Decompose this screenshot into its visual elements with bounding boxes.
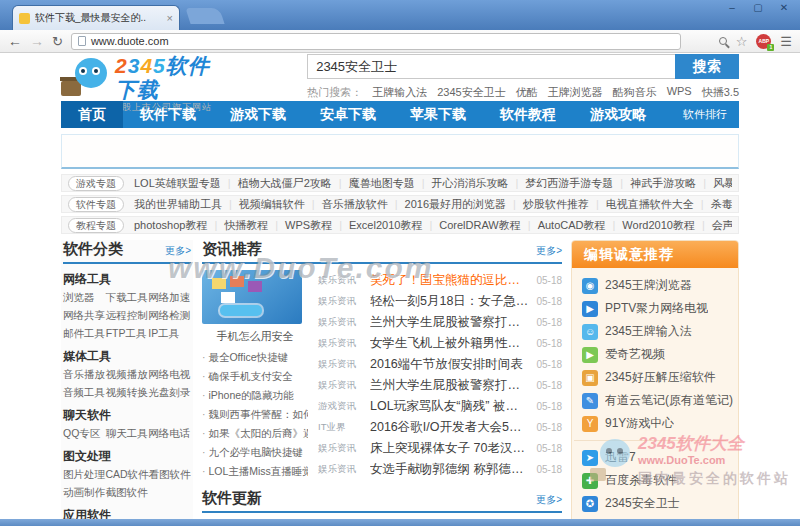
special-link[interactable]: 杀毒软件推荐 bbox=[694, 197, 732, 212]
special-link[interactable]: 炒股软件推荐 bbox=[506, 197, 589, 212]
nav-item[interactable]: 软件教程 bbox=[483, 101, 573, 128]
special-link[interactable]: 植物大战僵尸2攻略 bbox=[221, 176, 332, 191]
browser-tab[interactable]: 软件下载_最快最安全的.. × bbox=[12, 5, 180, 30]
category-link[interactable]: 网络共享 bbox=[63, 309, 106, 323]
nav-item[interactable]: 软件下载 bbox=[123, 101, 213, 128]
category-link[interactable]: 网络检测 bbox=[148, 309, 191, 323]
special-link[interactable]: WPS教程 bbox=[268, 218, 332, 233]
category-link[interactable]: 聊天工具 bbox=[106, 427, 149, 441]
forward-icon[interactable]: → bbox=[30, 34, 44, 48]
recommend-link[interactable]: 百度杀毒软件 bbox=[605, 472, 677, 489]
special-link[interactable]: 我的世界辅助工具 bbox=[134, 197, 222, 212]
category-link[interactable]: 音乐播放 bbox=[63, 368, 106, 382]
special-link[interactable]: Excel2010教程 bbox=[332, 218, 422, 233]
search-button[interactable]: 搜索 bbox=[675, 54, 739, 79]
special-link[interactable]: 风暴英雄攻略 bbox=[696, 176, 732, 191]
news-link[interactable]: 2016谷歌I/O开发者大会5月19日直播地址 bbox=[370, 419, 530, 436]
bookmark-star-icon[interactable]: ☆ bbox=[736, 35, 748, 48]
recommend-link[interactable]: 有道云笔记(原有道笔记) bbox=[605, 392, 733, 409]
news-link[interactable]: 笑死了！国宝熊猫的逗比生活 bbox=[370, 272, 530, 289]
category-link[interactable]: FTP工具 bbox=[106, 327, 149, 341]
category-link[interactable]: 光盘刻录 bbox=[148, 386, 191, 400]
feature-link[interactable]: LOL主播Miss直播睡觉 bbox=[202, 462, 308, 481]
nav-item[interactable]: 游戏攻略 bbox=[573, 101, 663, 128]
recommend-link[interactable]: 2345好压解压缩软件 bbox=[605, 369, 716, 386]
special-link[interactable]: CorelDRAW教程 bbox=[422, 218, 520, 233]
feature-link[interactable]: 魏则西事件警醒：如何 bbox=[202, 405, 308, 424]
recommend-link[interactable]: 爱奇艺视频 bbox=[605, 346, 665, 363]
nav-software-rank[interactable]: 软件排行 bbox=[683, 107, 739, 122]
search-input[interactable] bbox=[307, 54, 675, 79]
hot-search-link[interactable]: 优酷 bbox=[516, 85, 538, 100]
category-link[interactable]: 音频工具 bbox=[63, 386, 106, 400]
category-link[interactable]: IP工具 bbox=[148, 327, 191, 341]
category-link[interactable]: QQ专区 bbox=[63, 427, 106, 441]
recommend-link[interactable]: PPTV聚力网络电视 bbox=[605, 300, 708, 317]
special-link[interactable]: 魔兽地图专题 bbox=[332, 176, 415, 191]
address-bar[interactable]: www.duote.com bbox=[71, 33, 681, 50]
url-text[interactable]: www.duote.com bbox=[91, 35, 169, 47]
maximize-button[interactable]: ▢ bbox=[750, 2, 766, 13]
category-link[interactable]: 视频播放 bbox=[106, 368, 149, 382]
category-link[interactable]: 浏览器 bbox=[63, 291, 106, 305]
news-link[interactable]: LOL玩家骂队友“脑残” 被判拘役30天 bbox=[370, 398, 530, 415]
feature-link[interactable]: 如果《太阳的后裔》遇 bbox=[202, 424, 308, 443]
category-link[interactable]: 视频转换 bbox=[106, 386, 149, 400]
minimize-button[interactable]: – bbox=[724, 2, 740, 13]
recommend-link[interactable]: 2345王牌输入法 bbox=[605, 323, 692, 340]
adblock-extension-icon[interactable]: ABP1 bbox=[756, 34, 771, 49]
special-link[interactable]: 梦幻西游手游专题 bbox=[509, 176, 614, 191]
news-more-link[interactable]: 更多> bbox=[536, 244, 562, 258]
reload-icon[interactable]: ↻ bbox=[52, 34, 63, 49]
hot-search-link[interactable]: WPS bbox=[667, 85, 692, 100]
hot-search-link[interactable]: 快播3.5 bbox=[702, 85, 739, 100]
category-more-link[interactable]: 更多> bbox=[165, 244, 191, 258]
news-link[interactable]: 2016端午节放假安排时间表 bbox=[370, 356, 530, 373]
news-link[interactable]: 床上突现裸体女子 70老汉一夜风流被敲诈 bbox=[370, 440, 530, 457]
special-link[interactable]: 电视直播软件大全 bbox=[589, 197, 694, 212]
new-tab-button[interactable] bbox=[185, 8, 224, 24]
nav-item[interactable]: 安卓下载 bbox=[303, 101, 393, 128]
category-link[interactable]: CAD软件 bbox=[105, 468, 148, 482]
category-link[interactable]: 下载工具 bbox=[106, 291, 149, 305]
category-link[interactable]: 动画制作 bbox=[63, 486, 105, 500]
feature-link[interactable]: 确保手机支付安全 bbox=[202, 367, 308, 386]
hot-search-link[interactable]: 王牌浏览器 bbox=[548, 85, 603, 100]
special-link[interactable]: 会声会影教程 bbox=[695, 218, 732, 233]
updates-more-link[interactable]: 更多> bbox=[536, 493, 562, 507]
category-link[interactable]: 网络加速 bbox=[148, 291, 191, 305]
recommend-link[interactable]: 91Y游戏中心 bbox=[605, 415, 674, 432]
zoom-icon[interactable] bbox=[719, 37, 727, 45]
recommend-link[interactable]: 2345安全卫士 bbox=[605, 495, 680, 512]
news-feature-caption[interactable]: 手机怎么用安全 bbox=[202, 329, 308, 344]
feature-link[interactable]: 九个必学电脑快捷键 bbox=[202, 443, 308, 462]
special-link[interactable]: 快播教程 bbox=[207, 218, 268, 233]
tab-close-icon[interactable]: × bbox=[167, 12, 173, 24]
news-feature-thumb[interactable] bbox=[202, 270, 302, 324]
recommend-link[interactable]: 2345王牌浏览器 bbox=[605, 277, 692, 294]
hot-search-link[interactable]: 酷狗音乐 bbox=[613, 85, 657, 100]
category-link[interactable]: 网络电话 bbox=[148, 427, 191, 441]
back-icon[interactable]: ← bbox=[8, 34, 22, 48]
feature-link[interactable]: iPhone的隐藏功能 bbox=[202, 386, 308, 405]
category-link[interactable]: 图片处理 bbox=[63, 468, 105, 482]
special-link[interactable]: photoshop教程 bbox=[134, 218, 207, 233]
news-link[interactable]: 女学生飞机上被外籍男性骚扰：播放黄色视频 bbox=[370, 335, 530, 352]
browser-menu-icon[interactable]: ☰ bbox=[780, 35, 792, 48]
news-link[interactable]: 兰州大学生屁股被警察打烂事件始末 bbox=[370, 314, 530, 331]
category-link[interactable]: 截图软件 bbox=[105, 486, 148, 500]
category-link[interactable]: 网络电视 bbox=[148, 368, 191, 382]
news-link[interactable]: 女选手献吻郭德纲 称郭德纲是“未来公公” bbox=[370, 461, 530, 478]
special-link[interactable]: LOL英雄联盟专题 bbox=[134, 176, 221, 191]
close-button[interactable]: ✕ bbox=[776, 2, 792, 13]
special-link[interactable]: 视频编辑软件 bbox=[222, 197, 305, 212]
news-link[interactable]: 兰州大学生屁股被警察打烂 处理结果大快人心 bbox=[370, 377, 530, 394]
news-link[interactable]: 轻松一刻5月18日：女子急于丰胸为哪般 bbox=[370, 293, 530, 310]
category-link[interactable]: 邮件工具 bbox=[63, 327, 106, 341]
hot-search-link[interactable]: 王牌输入法 bbox=[372, 85, 427, 100]
nav-item[interactable]: 首页 bbox=[61, 101, 123, 128]
special-link[interactable]: 音乐播放软件 bbox=[305, 197, 388, 212]
nav-item[interactable]: 苹果下载 bbox=[393, 101, 483, 128]
category-link[interactable]: 看图软件 bbox=[149, 468, 191, 482]
special-link[interactable]: 神武手游攻略 bbox=[613, 176, 696, 191]
